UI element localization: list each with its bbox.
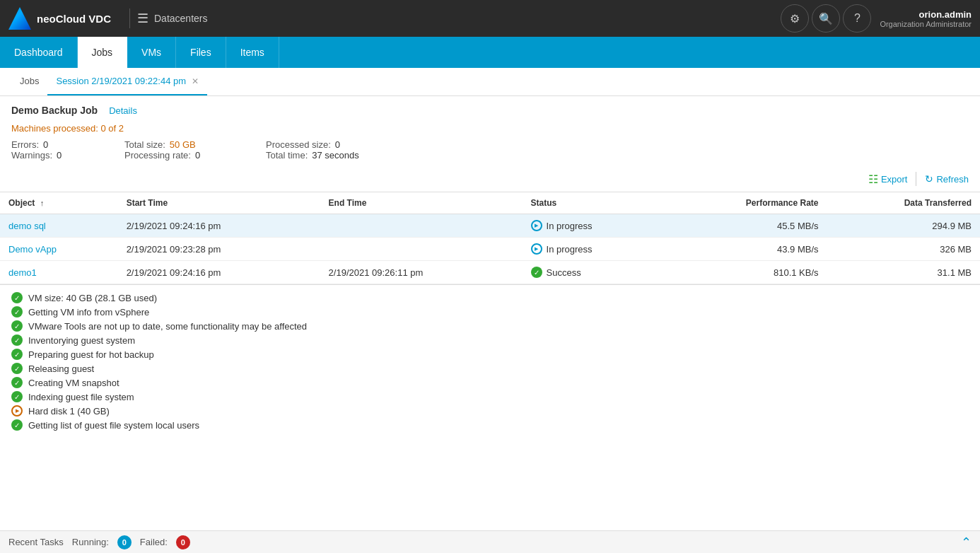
tab-dashboard[interactable]: Dashboard xyxy=(0,37,78,68)
log-item: ✓Inventorying guest system xyxy=(11,333,969,347)
log-text: VMware Tools are not up to date, some fu… xyxy=(28,321,307,332)
log-success-icon: ✓ xyxy=(11,320,23,332)
status-text: Success xyxy=(547,267,581,278)
cell-data-transferred: 294.9 MB xyxy=(827,214,980,238)
log-text: Preparing guest for hot backup xyxy=(28,349,154,360)
cell-object: demo sql xyxy=(0,214,118,238)
log-item: ✓Indexing guest file system xyxy=(11,390,969,404)
in-progress-icon xyxy=(531,243,542,255)
recent-tasks-label: Recent Tasks xyxy=(8,537,64,547)
sub-tabs: Jobs Session 2/19/2021 09:22:44 pm ✕ xyxy=(0,68,980,96)
nav-divider xyxy=(129,8,130,28)
cell-object: Demo vApp xyxy=(0,238,118,261)
user-info[interactable]: orion.admin Organization Administrator xyxy=(880,9,972,28)
hamburger-menu-icon[interactable]: ☰ xyxy=(137,11,148,26)
details-link[interactable]: Details xyxy=(109,105,137,116)
log-text: Hard disk 1 (40 GB) xyxy=(28,406,110,417)
logo-icon xyxy=(8,7,31,30)
cell-end-time xyxy=(320,238,523,261)
sort-arrow-icon[interactable]: ↑ xyxy=(40,199,45,207)
cell-start-time: 2/19/2021 09:24:16 pm xyxy=(118,214,320,238)
log-item: ✓Getting list of guest file system local… xyxy=(11,418,969,432)
main-tabs-bar: Dashboard Jobs VMs Files Items xyxy=(0,37,980,68)
log-item: ✓VMware Tools are not up to date, some f… xyxy=(11,319,969,333)
log-text: Inventorying guest system xyxy=(28,335,135,346)
col-data-transferred: Data Transferred xyxy=(827,192,980,214)
log-item: ✓Releasing guest xyxy=(11,361,969,376)
log-area: ✓VM size: 40 GB (28.1 GB used)✓Getting V… xyxy=(0,284,980,530)
log-item: ✓Getting VM info from vSphere xyxy=(11,305,969,319)
cell-end-time: 2/19/2021 09:26:11 pm xyxy=(320,261,523,284)
tab-files[interactable]: Files xyxy=(176,37,226,68)
cell-end-time xyxy=(320,214,523,238)
log-item: ✓Creating VM snapshot xyxy=(11,376,969,390)
log-item: ✓VM size: 40 GB (28.1 GB used) xyxy=(11,291,969,305)
job-detail: Demo Backup Job Details Machines process… xyxy=(0,96,980,172)
cell-data-transferred: 31.1 MB xyxy=(827,261,980,284)
log-success-icon: ✓ xyxy=(11,377,23,388)
jobs-table: Object ↑ Start Time End Time Status Perf… xyxy=(0,192,980,284)
cell-status: ✓Success xyxy=(523,261,665,284)
cell-performance-rate: 810.1 KB/s xyxy=(665,261,827,284)
stats-grid: Errors: 0 Warnings: 0 Total size: 50 GB xyxy=(11,139,969,161)
refresh-button[interactable]: ↻ Refresh xyxy=(925,173,969,185)
table-row[interactable]: Demo vApp2/19/2021 09:23:28 pmIn progres… xyxy=(0,238,980,261)
job-title: Demo Backup Job xyxy=(11,105,98,116)
status-text: In progress xyxy=(547,244,593,255)
log-item: ✓Preparing guest for hot backup xyxy=(11,347,969,361)
nav-title: Datacenters xyxy=(154,13,207,24)
refresh-icon: ↻ xyxy=(925,173,933,185)
collapse-icon[interactable]: ⌃ xyxy=(961,535,972,550)
table-header-row: Object ↑ Start Time End Time Status Perf… xyxy=(0,192,980,214)
log-text: VM size: 40 GB (28.1 GB used) xyxy=(28,293,157,303)
table-row[interactable]: demo sql2/19/2021 09:24:16 pmIn progress… xyxy=(0,214,980,238)
log-text: Creating VM snapshot xyxy=(28,378,119,388)
cell-status: In progress xyxy=(523,238,665,261)
job-title-row: Demo Backup Job Details xyxy=(11,105,969,116)
object-link[interactable]: Demo vApp xyxy=(8,244,57,255)
cell-performance-rate: 43.9 MB/s xyxy=(665,238,827,261)
table-row[interactable]: demo12/19/2021 09:24:16 pm2/19/2021 09:2… xyxy=(0,261,980,284)
sub-tab-session[interactable]: Session 2/19/2021 09:22:44 pm ✕ xyxy=(47,68,207,95)
export-button[interactable]: ☷ Export xyxy=(868,173,908,186)
running-count-badge: 0 xyxy=(117,535,132,549)
col-status: Status xyxy=(523,192,665,214)
success-icon: ✓ xyxy=(531,267,542,278)
running-label: Running: xyxy=(72,537,109,547)
time-stats: Processed size: 0 Total time: 37 seconds xyxy=(266,139,478,161)
log-success-icon: ✓ xyxy=(11,419,23,431)
log-text: Getting list of guest file system local … xyxy=(28,420,199,431)
logo-text: neoCloud VDC xyxy=(37,13,111,25)
cell-start-time: 2/19/2021 09:23:28 pm xyxy=(118,238,320,261)
settings-icon[interactable]: ⚙ xyxy=(781,4,809,33)
nav-icons: ⚙ 🔍 ? xyxy=(781,4,871,33)
export-icon: ☷ xyxy=(868,173,878,186)
help-icon[interactable]: ? xyxy=(843,4,871,33)
search-icon[interactable]: 🔍 xyxy=(812,4,840,33)
sub-tab-jobs[interactable]: Jobs xyxy=(11,68,47,95)
object-link[interactable]: demo1 xyxy=(8,267,37,278)
log-text: Getting VM info from vSphere xyxy=(28,307,149,318)
tab-vms[interactable]: VMs xyxy=(127,37,176,68)
log-item: Hard disk 1 (40 GB) xyxy=(11,404,969,418)
failed-count-badge: 0 xyxy=(176,535,190,549)
close-session-tab-icon[interactable]: ✕ xyxy=(192,76,199,86)
in-progress-icon xyxy=(531,220,542,231)
object-link[interactable]: demo sql xyxy=(8,221,46,231)
cell-object: demo1 xyxy=(0,261,118,284)
log-success-icon: ✓ xyxy=(11,391,23,402)
top-navigation: neoCloud VDC ☰ Datacenters ⚙ 🔍 ? orion.a… xyxy=(0,0,980,37)
col-object: Object ↑ xyxy=(0,192,118,214)
content-area: Jobs Session 2/19/2021 09:22:44 pm ✕ Dem… xyxy=(0,68,980,530)
cell-performance-rate: 45.5 MB/s xyxy=(665,214,827,238)
cell-status: In progress xyxy=(523,214,665,238)
cell-start-time: 2/19/2021 09:24:16 pm xyxy=(118,261,320,284)
col-end-time: End Time xyxy=(320,192,523,214)
col-start-time: Start Time xyxy=(118,192,320,214)
action-row: ☷ Export ↻ Refresh xyxy=(0,172,980,192)
cell-data-transferred: 326 MB xyxy=(827,238,980,261)
tab-items[interactable]: Items xyxy=(226,37,279,68)
tab-jobs[interactable]: Jobs xyxy=(78,37,128,68)
errors-stat: Errors: 0 Warnings: 0 xyxy=(11,139,124,161)
logo-area: neoCloud VDC xyxy=(8,7,111,30)
